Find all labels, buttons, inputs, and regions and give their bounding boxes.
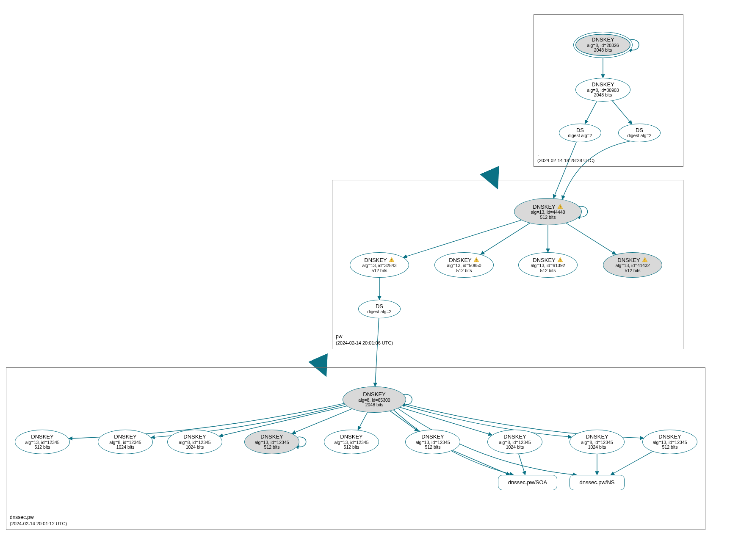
node-sub1: alg=13, id=61392 [531, 263, 565, 268]
node-d_k8: DNSKEYalg=13, id=12345512 bits [642, 430, 697, 454]
node-title: DS [376, 303, 383, 309]
node-d_k1: DNSKEYalg=8, id=123451024 bits [98, 430, 153, 454]
node-title: dnssec.pw/SOA [508, 480, 547, 486]
zone-name: dnssec.pw [10, 514, 67, 521]
node-sub2: 512 bits [662, 445, 678, 450]
node-sub2: 512 bits [540, 268, 556, 273]
node-sub2: 1024 bits [116, 445, 135, 450]
zone-timestamp: (2024-02-14 18:28:28 UTC) [537, 157, 594, 164]
node-pw_ds: DSdigest alg=2 [358, 300, 401, 318]
node-sub1: alg=13, id=41432 [615, 263, 650, 268]
svg-rect-3 [391, 261, 392, 261]
node-sub1: digest alg=2 [368, 309, 392, 314]
node-sub2: 512 bits [35, 445, 50, 450]
node-title: DNSKEY [658, 434, 681, 440]
svg-rect-2 [391, 259, 392, 260]
zone-name: . [537, 151, 594, 157]
node-d_soa: dnssec.pw/SOA [498, 475, 557, 490]
node-sub2: 1024 bits [588, 445, 606, 450]
node-pw_k2: DNSKEY alg=13, id=50850512 bits [434, 252, 494, 278]
node-title: DNSKEY [449, 257, 479, 263]
node-pw_k3: DNSKEY alg=13, id=61392512 bits [518, 252, 578, 278]
node-d_k5: DNSKEYalg=13, id=12345512 bits [405, 430, 460, 454]
node-sub2: 1024 bits [186, 445, 204, 450]
node-title: DNSKEY [592, 37, 614, 43]
node-sub1: digest alg=2 [568, 133, 592, 138]
node-title: DNSKEY [533, 204, 563, 210]
node-title: DNSKEY [364, 257, 394, 263]
node-root_ds2: DSdigest alg=2 [618, 124, 661, 142]
svg-rect-9 [644, 261, 645, 261]
svg-rect-5 [476, 261, 476, 261]
node-d_ns: dnssec.pw/NS [570, 475, 625, 490]
node-sub1: alg=13, id=50850 [447, 263, 481, 268]
zone-label: .(2024-02-14 18:28:28 UTC) [537, 151, 594, 164]
dnssec-graph-canvas: .(2024-02-14 18:28:28 UTC)pw(2024-02-14 … [0, 0, 752, 560]
node-title: DNSKEY [114, 434, 136, 440]
zone-timestamp: (2024-02-14 20:01:06 UTC) [336, 340, 393, 346]
zone-timestamp: (2024-02-14 20:01:12 UTC) [10, 521, 67, 527]
node-root_zsk: DNSKEYalg=8, id=309032048 bits [575, 78, 630, 102]
node-sub1: alg=13, id=44440 [531, 210, 565, 215]
node-sub2: 2048 bits [594, 48, 612, 53]
node-sub2: 2048 bits [365, 403, 384, 408]
node-title: DNSKEY [340, 434, 362, 440]
node-d_k6: DNSKEYalg=8, id=123451024 bits [487, 430, 542, 454]
node-sub1: digest alg=2 [628, 133, 652, 138]
node-title: DNSKEY [586, 434, 608, 440]
node-d_k4: DNSKEYalg=13, id=12345512 bits [324, 430, 379, 454]
node-root_ksk: DNSKEYalg=8, id=203262048 bits [573, 32, 633, 58]
svg-rect-0 [560, 205, 560, 207]
node-sub2: 512 bits [456, 268, 472, 273]
node-title: DNSKEY [421, 434, 444, 440]
node-title: DS [576, 127, 584, 133]
node-title: DNSKEY [183, 434, 206, 440]
node-title: DNSKEY [592, 82, 614, 88]
svg-rect-7 [560, 261, 560, 261]
warning-icon [557, 257, 563, 263]
node-sub2: 2048 bits [594, 93, 612, 98]
node-title: dnssec.pw/NS [579, 480, 614, 486]
node-sub2: 512 bits [540, 215, 556, 220]
node-title: DNSKEY [31, 434, 53, 440]
node-d_ksk: DNSKEYalg=8, id=653002048 bits [343, 386, 406, 413]
svg-rect-1 [560, 207, 560, 208]
warning-icon [557, 204, 563, 210]
zone-name: pw [336, 333, 393, 340]
node-sub2: 512 bits [425, 445, 441, 450]
svg-rect-8 [644, 259, 645, 260]
node-title: DNSKEY [260, 434, 283, 440]
node-d_k2: DNSKEYalg=8, id=123451024 bits [167, 430, 222, 454]
node-sub2: 512 bits [372, 268, 387, 273]
node-sub1: alg=13, id=32843 [362, 263, 396, 268]
warning-icon [473, 257, 479, 263]
zone-label: pw(2024-02-14 20:01:06 UTC) [336, 333, 393, 346]
zone-label: dnssec.pw(2024-02-14 20:01:12 UTC) [10, 514, 67, 527]
node-d_k7: DNSKEYalg=8, id=123451024 bits [570, 430, 625, 454]
warning-icon [642, 257, 648, 263]
node-root_ds1: DSdigest alg=2 [559, 124, 601, 142]
node-title: DNSKEY [503, 434, 526, 440]
svg-rect-4 [476, 259, 476, 260]
warning-icon [389, 257, 395, 263]
node-title: DNSKEY [617, 257, 647, 263]
node-sub2: 1024 bits [506, 445, 524, 450]
node-pw_ksk: DNSKEY alg=13, id=44440512 bits [514, 198, 582, 225]
node-sub2: 512 bits [264, 445, 280, 450]
node-title: DNSKEY [363, 392, 385, 397]
node-d_k3: DNSKEYalg=13, id=12345512 bits [244, 430, 299, 454]
node-title: DS [636, 127, 643, 133]
svg-rect-6 [560, 259, 560, 260]
node-sub2: 512 bits [344, 445, 359, 450]
node-d_k0: DNSKEYalg=13, id=12345512 bits [15, 430, 70, 454]
node-pw_k1: DNSKEY alg=13, id=32843512 bits [350, 252, 409, 278]
node-title: DNSKEY [533, 257, 563, 263]
node-sub2: 512 bits [625, 268, 641, 273]
node-pw_k4: DNSKEY alg=13, id=41432512 bits [603, 252, 662, 278]
